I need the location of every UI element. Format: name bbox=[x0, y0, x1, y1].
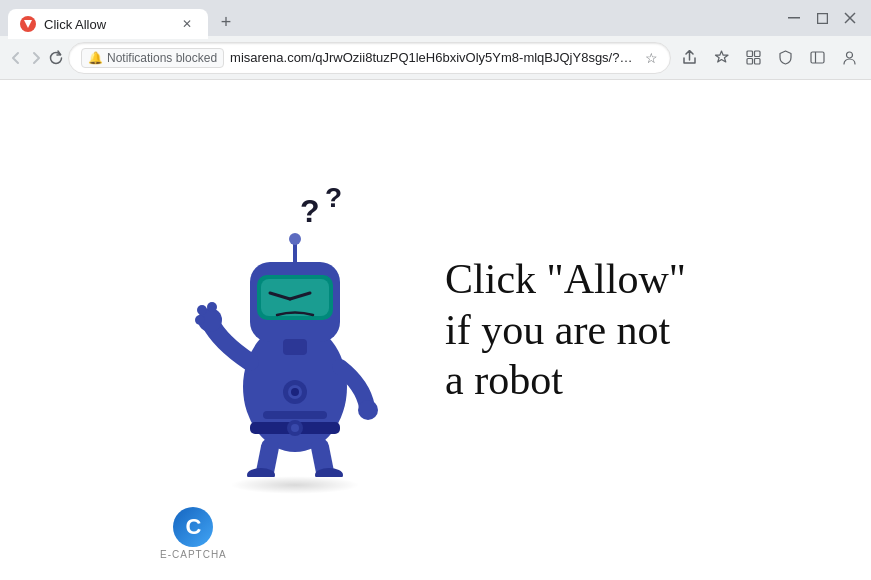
bell-icon: 🔔 bbox=[88, 51, 103, 65]
forward-button[interactable] bbox=[28, 42, 44, 74]
bookmark-star-button[interactable] bbox=[707, 43, 737, 73]
maximize-button[interactable] bbox=[809, 5, 835, 31]
svg-point-28 bbox=[195, 315, 205, 325]
shield-button[interactable] bbox=[771, 43, 801, 73]
ecaptcha-icon: C bbox=[173, 507, 213, 547]
ecaptcha-logo: C E-CAPTCHA bbox=[160, 507, 227, 560]
tab-area: Click Allow ✕ + bbox=[8, 0, 781, 36]
profile-button[interactable] bbox=[835, 43, 865, 73]
extensions-button[interactable] bbox=[739, 43, 769, 73]
svg-point-37 bbox=[291, 388, 299, 396]
svg-point-10 bbox=[847, 52, 853, 58]
captcha-line-2: if you are not bbox=[445, 305, 686, 355]
minimize-button[interactable] bbox=[781, 5, 807, 31]
ecaptcha-label: E-CAPTCHA bbox=[160, 549, 227, 560]
svg-text:?: ? bbox=[325, 182, 342, 213]
tab-favicon bbox=[20, 16, 36, 32]
robot-illustration: ? ? bbox=[195, 167, 395, 481]
robot-area: ? ? bbox=[185, 167, 405, 494]
tab-title: Click Allow bbox=[44, 17, 170, 32]
svg-rect-24 bbox=[283, 339, 307, 355]
address-bar[interactable]: 🔔 Notifications blocked misarena.com/qJr… bbox=[68, 42, 671, 74]
notifications-blocked-label: Notifications blocked bbox=[107, 51, 217, 65]
captcha-text-area: Click "Allow" if you are not a robot bbox=[445, 254, 686, 405]
svg-point-29 bbox=[358, 400, 378, 420]
svg-point-26 bbox=[197, 305, 207, 315]
browser-frame: Click Allow ✕ + bbox=[0, 0, 871, 580]
title-bar: Click Allow ✕ + bbox=[0, 0, 871, 36]
sidebar-button[interactable] bbox=[803, 43, 833, 73]
svg-rect-6 bbox=[747, 59, 753, 65]
tab-close-button[interactable]: ✕ bbox=[178, 15, 196, 33]
svg-rect-5 bbox=[755, 51, 761, 57]
reload-button[interactable] bbox=[48, 42, 64, 74]
svg-rect-4 bbox=[747, 51, 753, 57]
back-button[interactable] bbox=[8, 42, 24, 74]
toolbar: 🔔 Notifications blocked misarena.com/qJr… bbox=[0, 36, 871, 80]
captcha-main-text: Click "Allow" if you are not a robot bbox=[445, 254, 686, 405]
favicon-icon bbox=[24, 20, 32, 28]
captcha-line-1: Click "Allow" bbox=[445, 254, 686, 304]
svg-text:?: ? bbox=[300, 193, 320, 229]
svg-rect-38 bbox=[263, 411, 327, 419]
share-button[interactable] bbox=[675, 43, 705, 73]
svg-rect-7 bbox=[755, 59, 761, 65]
captcha-container: ? ? bbox=[185, 167, 686, 494]
svg-rect-1 bbox=[817, 13, 827, 23]
captcha-line-3: a robot bbox=[445, 355, 686, 405]
svg-rect-0 bbox=[788, 17, 800, 19]
new-tab-button[interactable]: + bbox=[212, 8, 240, 36]
svg-point-27 bbox=[207, 302, 217, 312]
window-controls bbox=[781, 5, 863, 31]
toolbar-actions bbox=[675, 43, 871, 73]
svg-point-23 bbox=[289, 233, 301, 245]
address-text: misarena.com/qJrwOzii8tuzPQ1leH6bxivOly5… bbox=[230, 50, 639, 65]
svg-rect-8 bbox=[811, 52, 824, 63]
page-content: ? ? bbox=[0, 80, 871, 580]
svg-point-32 bbox=[291, 424, 299, 432]
active-tab[interactable]: Click Allow ✕ bbox=[8, 9, 208, 39]
notifications-blocked-indicator[interactable]: 🔔 Notifications blocked bbox=[81, 48, 224, 68]
bookmark-icon[interactable]: ☆ bbox=[645, 50, 658, 66]
menu-button[interactable] bbox=[867, 43, 871, 73]
close-button[interactable] bbox=[837, 5, 863, 31]
